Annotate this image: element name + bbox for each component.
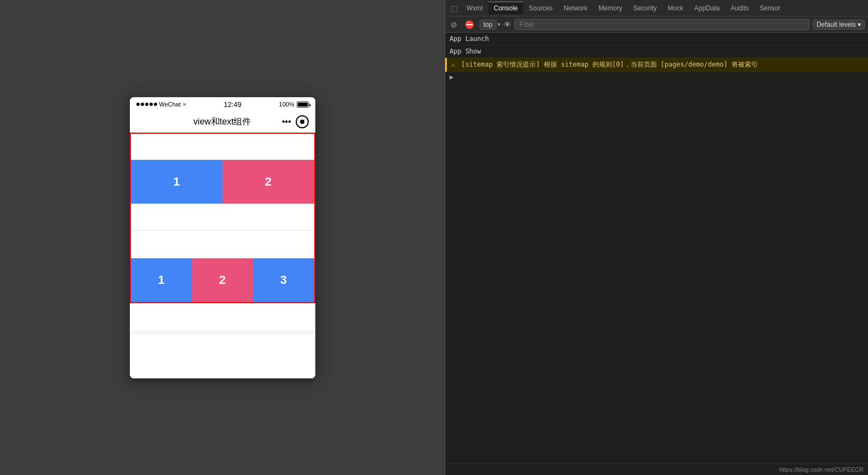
box-pink-b: 2	[192, 258, 253, 302]
three-box-row: 1 2 3	[131, 258, 314, 302]
phone-frame: WeChat ≈ 12:49 100% view和text组件 •••	[130, 97, 315, 378]
box-blue-c: 3	[253, 258, 314, 302]
nav-actions: •••	[282, 115, 309, 128]
record-icon	[300, 120, 304, 124]
context-select[interactable]: top	[480, 20, 496, 29]
wifi-icon: ≈	[183, 101, 186, 108]
app-launch-text: App Launch	[450, 35, 489, 43]
tab-security[interactable]: Security	[627, 2, 662, 14]
phone-nav-bar: view和text组件 •••	[130, 112, 315, 133]
signal-dot-1	[136, 103, 140, 106]
tab-network[interactable]: Network	[558, 2, 593, 14]
phone-content: 1 2 1 2 3	[130, 133, 315, 378]
status-right: 100%	[279, 101, 308, 108]
carrier-label: WeChat	[159, 101, 181, 108]
white-row-1	[131, 134, 314, 160]
devtools-toolbar: ⊘ ⛔ top ▾ 👁 Default levels ▾	[445, 16, 868, 33]
signal-dot-4	[149, 103, 153, 106]
tab-sensor[interactable]: Sensor	[755, 2, 786, 14]
context-selector[interactable]: top ▾	[480, 20, 500, 29]
pause-button[interactable]: ⛔	[463, 19, 476, 30]
battery-icon	[297, 102, 309, 108]
console-output: App Launch App Show ⚠ [sitemap 索引情况提示] 根…	[445, 33, 868, 464]
devtools-footer: https://blog.csdn.net/CUFEECR	[445, 464, 868, 475]
tab-appdata[interactable]: AppData	[689, 2, 725, 14]
simulator-panel: WeChat ≈ 12:49 100% view和text组件 •••	[0, 0, 445, 475]
record-button[interactable]	[296, 115, 309, 128]
battery-fill	[298, 103, 308, 106]
arrow-icon: ▶	[450, 73, 453, 81]
below-row-1	[130, 303, 315, 330]
tab-sources[interactable]: Sources	[523, 2, 558, 14]
box-blue-a: 1	[131, 258, 192, 302]
filter-input[interactable]	[514, 19, 810, 30]
box-pink-2: 2	[223, 160, 314, 204]
signal-dot-5	[154, 103, 157, 106]
signal-dot-2	[141, 103, 144, 106]
two-box-row: 1 2	[131, 160, 314, 204]
gap-row-1	[131, 204, 314, 231]
tab-memory[interactable]: Memory	[593, 2, 627, 14]
console-item-app-show[interactable]: App Show	[445, 45, 868, 58]
box-blue-1: 1	[131, 160, 223, 204]
demo-section: 1 2 1 2 3	[130, 133, 315, 303]
battery-rect	[297, 102, 309, 108]
devtools-tab-bar: ⬚ Wxml Console Sources Network Memory Se…	[445, 0, 868, 16]
context-dropdown-arrow: ▾	[498, 21, 500, 27]
status-left: WeChat ≈	[136, 101, 187, 108]
more-icon[interactable]: •••	[282, 117, 291, 127]
signal-dot-3	[145, 103, 148, 106]
devtools-panel: ⬚ Wxml Console Sources Network Memory Se…	[445, 0, 868, 475]
below-row-2	[130, 335, 315, 378]
tab-console[interactable]: Console	[488, 2, 523, 14]
battery-percent-label: 100%	[279, 101, 294, 108]
page-title: view和text组件	[194, 116, 252, 128]
sitemap-warning-text: [sitemap 索引情况提示] 根据 sitemap 的规则[0]，当前页面 …	[461, 61, 757, 68]
console-item-app-launch[interactable]: App Launch	[445, 33, 868, 45]
clear-console-button[interactable]: ⊘	[448, 19, 459, 30]
live-expressions-button[interactable]: 👁	[504, 20, 511, 29]
inspect-icon[interactable]: ⬚	[447, 3, 461, 14]
tab-wxml[interactable]: Wxml	[461, 2, 488, 14]
gap-row-2	[131, 231, 314, 258]
warning-icon: ⚠	[451, 61, 455, 68]
tab-mock[interactable]: Mock	[662, 2, 689, 14]
default-levels-button[interactable]: Default levels ▾	[813, 20, 865, 29]
status-time: 12:49	[224, 100, 242, 109]
tab-audits[interactable]: Audits	[725, 2, 754, 14]
status-signal	[136, 103, 157, 106]
footer-url: https://blog.csdn.net/CUFEECR	[779, 466, 864, 473]
below-section	[130, 303, 315, 378]
console-expand-arrow[interactable]: ▶	[445, 72, 868, 82]
app-show-text: App Show	[450, 48, 481, 55]
phone-status-bar: WeChat ≈ 12:49 100%	[130, 97, 315, 112]
console-item-sitemap-warning[interactable]: ⚠ [sitemap 索引情况提示] 根据 sitemap 的规则[0]，当前页…	[445, 58, 868, 72]
